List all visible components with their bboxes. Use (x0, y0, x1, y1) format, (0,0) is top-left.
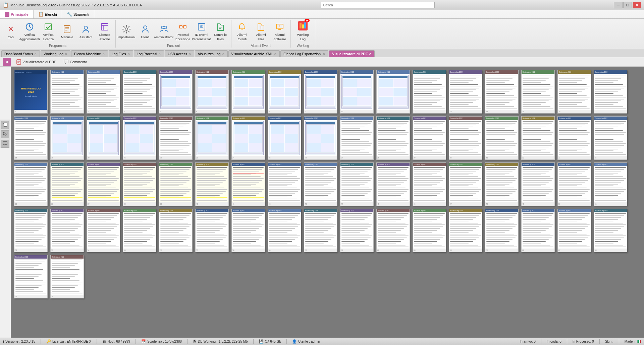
pdf-page-2[interactable]: BusinessLog 2022 2 (50, 70, 84, 114)
pdf-page-25[interactable]: BusinessLog 2022 (268, 116, 301, 160)
pdf-page-54[interactable]: BusinessLog 2022 54 (87, 209, 120, 252)
pdf-page-45[interactable]: BusinessLog 2022 45 (376, 162, 410, 206)
pdf-page-70[interactable]: BusinessLog 2022 70 (50, 255, 84, 298)
pdf-page-58[interactable]: BusinessLog 2022 58 (231, 209, 265, 252)
pdf-page-27[interactable]: BusinessLog 2022 27 (340, 116, 374, 160)
pdf-page-13[interactable]: BusinessLog 2022 13 (449, 70, 482, 114)
exit-button[interactable]: ✕ Esci (2, 20, 19, 42)
pdf-page-55[interactable]: BusinessLog 2022 55 (123, 209, 156, 252)
ribbon-tab-strumenti[interactable]: 🔧 Strumenti (62, 10, 94, 18)
admin-button[interactable]: Amministratori (155, 20, 173, 42)
pdf-page-18[interactable]: BusinessLog 2022 18 (14, 116, 48, 160)
pdf-page-66[interactable]: BusinessLog 2022 66 (521, 209, 555, 252)
maximize-button[interactable]: □ (623, 2, 632, 8)
tab-close-pdf[interactable]: ✕ (369, 52, 372, 56)
sidebar-attach-icon[interactable] (1, 130, 9, 138)
tab-working-log[interactable]: Working Log ✕ (41, 50, 70, 57)
pdf-page-42[interactable]: BusinessLog 2022 42 (268, 162, 301, 206)
pdf-page-68[interactable]: BusinessLog 2022 68 (594, 209, 627, 252)
pdf-page-57[interactable]: BusinessLog 2022 57 (195, 209, 229, 252)
pdf-page-51[interactable]: BusinessLog 2022 51 (594, 162, 627, 206)
ribbon-tab-elenchi[interactable]: 📋 Elenchi (34, 10, 62, 18)
processes-button[interactable]: Processi Eccezione (174, 20, 192, 42)
minimize-button[interactable]: ─ (614, 2, 623, 8)
pdf-page-31[interactable]: BusinessLog 2022 31 (485, 116, 519, 160)
pdf-page-69[interactable]: BusinessLog 2022 69 (14, 255, 48, 298)
pdf-page-24[interactable]: BusinessLog 2022 (231, 116, 265, 160)
pdf-page-29[interactable]: BusinessLog 2022 29 (413, 116, 446, 160)
pdf-viewer-toolbar-btn[interactable]: Visualizzatore di PDF (14, 59, 58, 65)
pdf-page-21[interactable]: BusinessLog 2022 (123, 116, 156, 160)
pdf-page-23[interactable]: BusinessLog 2022 (195, 116, 229, 160)
pdf-page-19[interactable]: BusinessLog 2022 (50, 116, 84, 160)
pdf-page-1[interactable]: BUSINESSLOG 2022 BUSINESSLOG2022 Manuale… (14, 70, 48, 114)
ribbon-tab-principale[interactable]: Principale (0, 10, 34, 18)
pdf-page-60[interactable]: BusinessLog 2022 60 (304, 209, 337, 252)
pdf-page-22[interactable]: BusinessLog 2022 22 (159, 116, 193, 160)
sidebar-comment-icon[interactable] (1, 140, 9, 148)
pdf-page-44[interactable]: BusinessLog 2022 44 (340, 162, 374, 206)
pdf-page-17[interactable]: BusinessLog 2022 17 (594, 70, 627, 114)
pdf-page-33[interactable]: BusinessLog 2022 33 (557, 116, 591, 160)
tab-elenco-esportazioni[interactable]: Elenco Log Esportazioni ✕ (280, 50, 328, 57)
pdf-page-64[interactable]: BusinessLog 2022 64 (449, 209, 482, 252)
pdf-page-15[interactable]: BusinessLog 2022 15 (521, 70, 555, 114)
pdf-page-61[interactable]: BusinessLog 2022 61 (340, 209, 374, 252)
pdf-page-26[interactable]: BusinessLog 2022 (304, 116, 337, 160)
pdf-page-43[interactable]: BusinessLog 2022 43 (304, 162, 337, 206)
pdf-page-4[interactable]: BusinessLog 2022 4 (123, 70, 156, 114)
pdf-page-39[interactable]: BusinessLog 2022 39 (159, 162, 193, 206)
tab-close-elenco-macchine[interactable]: ✕ (102, 52, 105, 56)
pdf-page-28[interactable]: BusinessLog 2022 28 (376, 116, 410, 160)
pdf-page-3[interactable]: BusinessLog 2022 3 (87, 70, 120, 114)
tab-visualizza-log[interactable]: Visualizza Log ✕ (195, 50, 228, 57)
pdf-page-8[interactable]: BusinessLog 2022 (268, 70, 301, 114)
pdf-page-53[interactable]: BusinessLog 2022 53 (50, 209, 84, 252)
pdf-page-5[interactable]: BusinessLog 2022 (159, 70, 193, 114)
working-log-button[interactable]: 16 Working Log (293, 20, 313, 42)
pdf-page-59[interactable]: BusinessLog 2022 59 (268, 209, 301, 252)
assistant-button[interactable]: Assistant (77, 20, 95, 42)
pdf-page-14[interactable]: BusinessLog 2022 14 (485, 70, 519, 114)
pdf-page-67[interactable]: BusinessLog 2022 67 (557, 209, 591, 252)
pdf-page-65[interactable]: BusinessLog 2022 65 (485, 209, 519, 252)
pdf-page-9[interactable]: BusinessLog 2022 (304, 70, 337, 114)
pdf-page-56[interactable]: BusinessLog 2022 56 (159, 209, 193, 252)
alarms-software-button[interactable]: ! Allarmi Software (271, 20, 288, 42)
tab-usb-access[interactable]: USB Access ✕ (165, 50, 194, 57)
pdf-page-20[interactable]: BusinessLog 2022 (87, 116, 120, 160)
tab-elenco-macchine[interactable]: Elenco Macchine ✕ (71, 50, 108, 57)
tab-close-log-processi[interactable]: ✕ (158, 52, 161, 56)
pdf-page-48[interactable]: BusinessLog 2022 48 (485, 162, 519, 206)
tab-dashboard-status[interactable]: DashBoard Status ✕ (1, 50, 40, 57)
pdf-page-41[interactable]: BusinessLog 2022 41 (231, 162, 265, 206)
comment-toolbar-btn[interactable]: Commento (61, 59, 89, 65)
tab-close-esportazioni[interactable]: ✕ (323, 52, 325, 56)
pdf-page-50[interactable]: BusinessLog 2022 50 (557, 162, 591, 206)
control-files-button[interactable]: Controllo Files (212, 20, 229, 42)
pdf-page-62[interactable]: BusinessLog 2022 62 (376, 209, 410, 252)
pdf-page-11[interactable]: BusinessLog 2022 (376, 70, 410, 114)
settings-button[interactable]: Impostazioni (118, 20, 135, 42)
tab-visualizzatore-pdf[interactable]: Visualizzatore di PDF ✕ (329, 50, 375, 57)
verify-updates-button[interactable]: Verifica Aggiornamenti (21, 20, 38, 42)
tab-close-dashboard[interactable]: ✕ (34, 52, 37, 56)
pdf-page-38[interactable]: BusinessLog 2022 38 (123, 162, 156, 206)
licenses-button[interactable]: Licenze Attivate (96, 20, 113, 42)
pdf-page-52[interactable]: BusinessLog 2022 52 (14, 209, 48, 252)
pdf-page-32[interactable]: BusinessLog 2022 32 (521, 116, 555, 160)
pdf-page-7[interactable]: BusinessLog 2022 (231, 70, 265, 114)
pdf-page-30[interactable]: BusinessLog 2022 30 (449, 116, 482, 160)
manual-button[interactable]: Manuale (58, 20, 76, 42)
alarms-events-button[interactable]: Allarmi Eventi (233, 20, 251, 42)
tab-close-working-log[interactable]: ✕ (65, 52, 67, 56)
pdf-page-34[interactable]: BusinessLog 2022 34 (594, 116, 627, 160)
pdf-page-37[interactable]: BusinessLog 2022 37 (87, 162, 120, 206)
pdf-page-63[interactable]: BusinessLog 2022 63 (413, 209, 446, 252)
tab-close-visualizza-log[interactable]: ✕ (222, 52, 225, 56)
tab-close-xml[interactable]: ✕ (274, 52, 277, 56)
tab-close-usb-access[interactable]: ✕ (189, 52, 191, 56)
events-id-button[interactable]: ID ID Eventi Personalizzati (193, 20, 210, 42)
pdf-page-35[interactable]: BusinessLog 2022 35 (14, 162, 48, 206)
pdf-page-46[interactable]: BusinessLog 2022 46 (413, 162, 446, 206)
